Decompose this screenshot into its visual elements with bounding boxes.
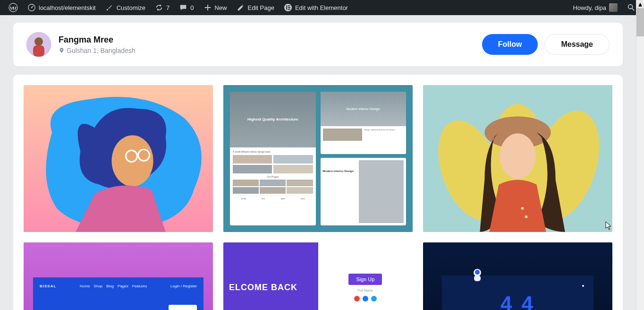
svg-point-10 [34,37,43,46]
site-name-text: localhost/elementskit [39,4,96,11]
location-text: Gulshan 1, Bangladesh [67,47,136,54]
gallery-item[interactable]: ELCOME BACK Sign Up Full Name [223,242,413,310]
mock-subtitle: A small efficient interior design team. [233,150,313,153]
gallery-section: Highest Quality Architecture A small eff… [13,75,623,310]
svg-rect-5 [288,6,290,7]
message-button[interactable]: Message [544,34,610,55]
wp-admin-bar: localhost/elementskit Customize 7 0 New [0,0,644,15]
svg-rect-6 [288,7,290,8]
gallery-item[interactable] [24,85,213,232]
plus-icon [203,3,212,12]
gallery-item[interactable]: Highest Quality Architecture A small eff… [223,85,413,232]
astronaut-icon [469,267,485,283]
account-link[interactable]: Howdy, dipa [568,0,622,15]
svg-point-13 [111,135,153,186]
edit-elementor-link[interactable]: Edit with Elementor [279,0,353,15]
profile-card: Fangma Mree Gulshan 1, Bangladesh Follow… [13,23,623,66]
svg-rect-4 [286,6,287,10]
browser-scrollbar[interactable]: ▴ [636,0,644,310]
dashboard-icon [27,3,36,12]
pencil-icon [237,3,245,12]
edit-elementor-text: Edit with Elementor [295,4,348,11]
location-pin-icon [59,47,65,53]
signup-badge: Sign Up [348,274,382,285]
user-avatar-icon [609,3,618,12]
wp-logo[interactable] [4,0,23,15]
mock-design-text: Design, followed by Form & Function. [364,129,404,141]
comments-count: 0 [190,4,194,11]
svg-point-8 [628,5,633,9]
svg-rect-11 [33,45,44,57]
error-code: 4 4 [500,292,535,310]
mock-project-label: Our Project [233,175,313,178]
comment-icon [179,3,187,12]
gallery-item[interactable]: 4 4 [423,242,612,310]
edit-page-link[interactable]: Edit Page [232,0,279,15]
svg-rect-27 [474,276,481,281]
welcome-text: ELCOME BACK [229,283,313,293]
search-icon [627,3,636,12]
profile-location: Gulshan 1, Bangladesh [59,47,136,54]
refresh-icon [155,3,163,12]
customize-text: Customize [117,4,145,11]
svg-rect-7 [288,9,290,10]
site-name-link[interactable]: localhost/elementskit [23,0,101,15]
profile-avatar[interactable] [26,32,51,57]
profile-name: Fangma Mree [59,35,136,45]
gallery-item[interactable] [423,85,612,232]
new-text: New [215,4,227,11]
updates-link[interactable]: 7 [150,0,174,15]
svg-point-21 [521,207,524,210]
new-link[interactable]: New [199,0,232,15]
page-content: Fangma Mree Gulshan 1, Bangladesh Follow… [0,15,636,310]
comments-link[interactable]: 0 [174,0,198,15]
mock-hero-text: Highest Quality Architecture [230,92,316,147]
social-icons [354,296,377,301]
updates-count: 7 [166,4,169,11]
brush-icon [105,3,114,12]
svg-point-2 [31,7,33,9]
svg-point-22 [525,215,528,218]
mock-interior-text: Modern Interior Design [323,170,357,172]
customize-link[interactable]: Customize [101,0,150,15]
bissal-brand: BISSAL [40,284,56,288]
fullname-label: Full Name [358,289,373,292]
wordpress-icon [8,3,18,12]
elementor-icon [284,3,292,12]
greeting-text: Howdy, dipa [573,4,606,11]
mock-hero2-text: Modern Interior Design [321,92,407,126]
edit-page-text: Edit Page [248,4,274,11]
svg-point-20 [500,133,535,179]
svg-point-26 [475,270,480,275]
gallery-item[interactable]: BISSAL Home Shop Blog Pages Features Log… [24,242,213,310]
follow-button[interactable]: Follow [482,34,538,55]
